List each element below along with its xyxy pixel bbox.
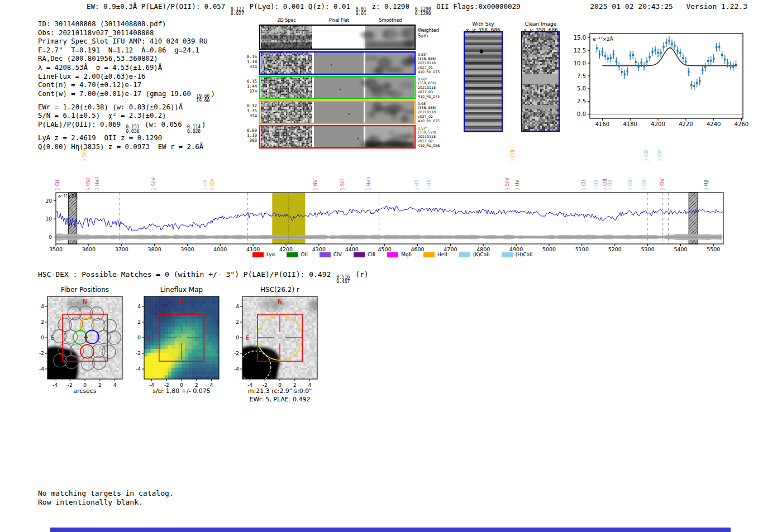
svg-text:4: 4 <box>236 304 239 309</box>
legend-swatch <box>252 252 264 257</box>
hsc-dex-match-line: HSC-DEX : Possible Matches = 0 (within +… <box>38 270 369 284</box>
svg-text:3800: 3800 <box>148 246 161 252</box>
sky-image-panels <box>464 32 559 132</box>
lineflux-cutout: NE-4-4-2-2002244 <box>136 296 219 388</box>
svg-text:4240: 4240 <box>707 121 721 127</box>
legend-swatch <box>320 252 331 257</box>
line-fit-zoom-plot: 4160418042004220424042600.02.55.07.510.0… <box>574 33 749 127</box>
fiber-positions-title: Fiber Positions <box>35 286 135 294</box>
spec2d-left-label: 0.151.44374 <box>235 79 257 94</box>
legend-item: (H)CaII <box>502 252 533 257</box>
line-label-OIII: } OIII <box>643 149 649 161</box>
legend-item: OII <box>287 252 307 257</box>
east-marker: E <box>51 335 54 341</box>
svg-text:3600: 3600 <box>82 246 96 252</box>
line-label-CII: } CII <box>581 180 586 190</box>
legend-swatch <box>423 252 435 257</box>
svg-text:5400: 5400 <box>674 246 687 252</box>
info-line: λ = 4208.53Å σ = 4.53(±1.69)Å <box>38 64 215 73</box>
legend-item: MgII <box>387 252 412 257</box>
report-date: 2025-01-02 20:43:25 <box>590 2 673 11</box>
column-title-smoothed: Smoothed <box>365 18 416 23</box>
hsc-cutout-xlabel: m:21.3 rc:2.9" s:0.0" <box>224 387 336 395</box>
svg-text:-2: -2 <box>136 351 141 356</box>
legend-item: (K)CaII <box>459 252 490 257</box>
svg-text:e⁻¹⁷×2Å: e⁻¹⁷×2Å <box>58 193 78 199</box>
legend-item: Lyα <box>252 252 275 257</box>
svg-text:-2: -2 <box>39 351 44 356</box>
svg-text:3500: 3500 <box>49 246 63 252</box>
svg-text:5500: 5500 <box>707 246 720 252</box>
info-line: ID: 3011408808 (3011408808.pdf) <box>38 20 215 29</box>
legend-swatch <box>354 252 365 257</box>
line-label-SiII: } SiII <box>340 179 345 190</box>
line-label-CIV: } CIV <box>209 178 215 190</box>
line-label-Hδ: } Hδ <box>414 180 419 190</box>
info-line: Primary Spec_Slot_IFU_AMP: 410_024_039_R… <box>38 37 215 46</box>
svg-text:3900: 3900 <box>180 246 194 252</box>
spec2d-right-label: 0.66"(358, 686)20210118v027_03410_RU_075 <box>418 77 451 99</box>
hsc-cutout-title: HSC(26.2) r <box>230 286 330 294</box>
info-line: LineFlux = 2.00(±0.63)e-16 <box>38 73 215 82</box>
info-line: Cont(w) = 7.00(±0.01)e-17 (gmag 19.60 19… <box>38 90 215 103</box>
line-label-OII: } OII <box>202 180 208 190</box>
line-label-Hδ: } Hδ <box>426 180 432 190</box>
line-label-HeII: } HeII <box>94 177 100 190</box>
line-label-CII: } CII <box>55 180 60 190</box>
svg-text:5300: 5300 <box>641 246 655 252</box>
footer-line: No matching targets in catalog. <box>38 489 174 498</box>
info-line: EWr = 1.20(±0.38) (w: 0.83(±0.26))Å <box>38 103 215 112</box>
header-summary-line: EW: 0.9±0.3Å P(LAE)/P(OII): 0.057 0.1220… <box>87 2 521 16</box>
info-line: Cont(n) = 4.70(±0.12)e-17 <box>38 81 215 90</box>
hsc-cutout: NE-4-4-2-2002244 <box>227 296 321 397</box>
svg-text:2: 2 <box>236 319 239 325</box>
svg-text:4: 4 <box>137 304 141 309</box>
spec2d-row <box>261 76 414 99</box>
svg-text:0.0: 0.0 <box>577 111 586 117</box>
hsc-cutout-xlabel2: EWr: 5, PLAE: 0.492 <box>224 396 336 403</box>
legend-swatch <box>387 252 398 257</box>
east-marker: E <box>147 335 151 341</box>
svg-text:3700: 3700 <box>115 246 128 252</box>
line-label-CIII: } CIII <box>510 150 516 161</box>
svg-text:0: 0 <box>41 335 44 341</box>
info-line: S/N = 6.1(±0.5) χ² = 2.3(±0.2) <box>38 112 215 121</box>
line-label-OIII: } OIII <box>641 178 647 190</box>
legend-swatch <box>287 252 298 257</box>
spec2d-row <box>261 52 418 76</box>
info-line: LyA z = 2.4619 OII z = 0.1290 <box>38 134 215 143</box>
info-line: Obs: 20210118v027_3011408808 <box>38 29 215 38</box>
line-label-OIII: } OIII <box>657 149 662 161</box>
svg-text:2: 2 <box>137 319 141 325</box>
svg-text:-4: -4 <box>39 366 44 372</box>
spec2d-right-label: 1.57"(359, 520)20210118v027_02410_RU_056 <box>418 126 451 148</box>
line-label-Hβ: } Hβ <box>703 180 709 190</box>
east-marker: E <box>246 335 249 341</box>
svg-text:4180: 4180 <box>623 121 637 127</box>
legend-swatch <box>459 252 470 257</box>
svg-text:-4: -4 <box>234 366 239 372</box>
line-label-SiIV: } SiIV <box>151 177 156 190</box>
svg-text:20: 20 <box>46 198 53 204</box>
line-label-HeII: } HeII <box>366 177 371 190</box>
line-label-NV: } NV <box>313 179 318 190</box>
svg-text:4000: 4000 <box>213 246 227 252</box>
spectrum-legend: LyαOIICIVCIIIMgIIHeII(K)CaII(H)CaII <box>252 252 533 257</box>
info-line: Q(0.00) Hη(3835) z = 0.0973 EW r = 2.6Å <box>38 143 215 152</box>
legend-item: CIV <box>320 252 342 257</box>
spec2d-right-label: 0.83"(358, 686)20210118v027_01410_RU_075 <box>418 52 451 75</box>
svg-text:7.5: 7.5 <box>577 73 586 79</box>
spec2d-left-label: 0.091.10393 <box>235 128 257 143</box>
spec2d-panels <box>260 25 418 151</box>
svg-text:4260: 4260 <box>735 121 748 127</box>
line-label-Hγ: } Hγ <box>514 180 520 190</box>
line-label-OIII: } OIII <box>627 178 633 190</box>
svg-text:-2: -2 <box>234 351 239 356</box>
with-sky-title: With Skyx, y: 358, 686 <box>452 21 514 33</box>
lineflux-map-title: Lineflux Map <box>131 286 232 294</box>
svg-text:5100: 5100 <box>575 246 589 252</box>
legend-item: CIII <box>354 252 375 257</box>
column-title-2d-spec: 2D Spec <box>261 18 312 23</box>
report-version: Version 1.22.3 <box>686 2 747 11</box>
elixer-report-page: 4160418042004220424042600.02.55.07.510.0… <box>0 0 782 532</box>
